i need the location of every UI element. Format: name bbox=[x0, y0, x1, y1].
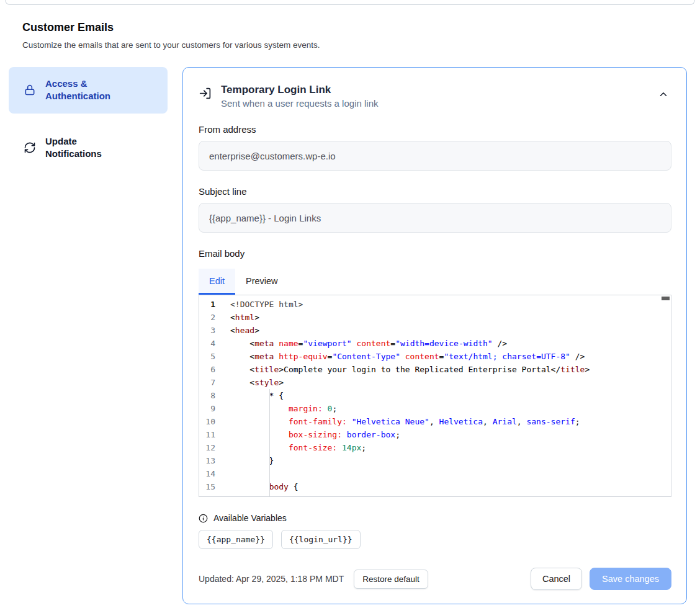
line-number: 15 bbox=[199, 480, 215, 493]
code-line: font-size: 14px; bbox=[230, 441, 671, 454]
footer-left: Updated: Apr 29, 2025, 1:18 PM MDT Resto… bbox=[199, 570, 428, 589]
updated-timestamp: Updated: Apr 29, 2025, 1:18 PM MDT bbox=[199, 574, 344, 584]
panel-title: Temporary Login Link bbox=[221, 84, 378, 96]
email-body-label: Email body bbox=[199, 248, 671, 259]
login-icon bbox=[199, 87, 212, 100]
footer-right: Cancel Save changes bbox=[531, 568, 671, 590]
cancel-button[interactable]: Cancel bbox=[531, 568, 582, 590]
code-line: * { bbox=[230, 389, 671, 402]
save-changes-button[interactable]: Save changes bbox=[590, 568, 671, 590]
code-line: margin: 0; bbox=[230, 402, 671, 415]
code-line: <style> bbox=[230, 376, 671, 389]
sidebar-item-label: Update Notifications bbox=[45, 135, 132, 161]
from-address-field: From address bbox=[199, 124, 671, 171]
line-number: 5 bbox=[199, 350, 215, 363]
available-variables-label: Available Variables bbox=[213, 513, 287, 523]
line-number: 9 bbox=[199, 402, 215, 415]
line-number: 4 bbox=[199, 337, 215, 350]
content-layout: Access & Authentication Update Notificat… bbox=[0, 50, 700, 608]
code-line: } bbox=[230, 454, 671, 467]
code-line: <meta http-equiv="Content-Type" content=… bbox=[230, 350, 671, 363]
from-address-input[interactable] bbox=[199, 141, 671, 171]
variable-chip-login-url[interactable]: {{login_url}} bbox=[281, 530, 361, 549]
line-number: 3 bbox=[199, 324, 215, 337]
refresh-icon bbox=[24, 141, 36, 154]
line-number: 13 bbox=[199, 454, 215, 467]
restore-default-button[interactable]: Restore default bbox=[354, 570, 428, 589]
from-address-label: From address bbox=[199, 124, 671, 135]
email-body-field: Email body Edit Preview 1234567891011121… bbox=[199, 248, 671, 497]
code-line: font-family: "Helvetica Neue", Helvetica… bbox=[230, 415, 671, 428]
line-number: 2 bbox=[199, 311, 215, 324]
code-line: <!DOCTYPE html> bbox=[230, 298, 671, 311]
page-subtitle: Customize the emails that are sent to yo… bbox=[22, 40, 678, 50]
line-number: 8 bbox=[199, 389, 215, 402]
panel-header: Temporary Login Link Sent when a user re… bbox=[199, 84, 671, 109]
line-number: 7 bbox=[199, 376, 215, 389]
line-number: 11 bbox=[199, 428, 215, 441]
subject-line-input[interactable] bbox=[199, 203, 671, 233]
variable-chip-app-name[interactable]: {{app_name}} bbox=[199, 530, 273, 549]
code-line: <head> bbox=[230, 324, 671, 337]
panel-titles: Temporary Login Link Sent when a user re… bbox=[221, 84, 378, 109]
line-number: 10 bbox=[199, 415, 215, 428]
indent-guide bbox=[269, 389, 270, 496]
sidebar-item-access-authentication[interactable]: Access & Authentication bbox=[9, 67, 168, 114]
chevron-up-icon bbox=[658, 92, 669, 102]
code-line: background-color: #f5f8f9; bbox=[230, 493, 671, 496]
editor-tabs: Edit Preview bbox=[199, 269, 671, 295]
previous-card-bottom-edge bbox=[5, 0, 695, 5]
page-header: Customer Emails Customize the emails tha… bbox=[0, 5, 700, 50]
collapse-button[interactable] bbox=[655, 86, 671, 104]
line-number: 12 bbox=[199, 441, 215, 454]
sidebar-item-update-notifications[interactable]: Update Notifications bbox=[9, 125, 168, 171]
subject-line-label: Subject line bbox=[199, 186, 671, 197]
available-variables-header: Available Variables bbox=[199, 513, 671, 523]
available-variables-section: Available Variables {{app_name}} {{login… bbox=[199, 513, 671, 549]
tab-preview[interactable]: Preview bbox=[235, 269, 289, 295]
code-gutter: 12345678910111213141516 bbox=[199, 295, 227, 496]
variable-chips: {{app_name}} {{login_url}} bbox=[199, 530, 671, 549]
line-number: 6 bbox=[199, 363, 215, 376]
line-number: 16 bbox=[199, 493, 215, 497]
code-line: body { bbox=[230, 480, 671, 493]
line-number: 14 bbox=[199, 467, 215, 480]
code-line: <meta name="viewport" content="width=dev… bbox=[230, 337, 671, 350]
lock-icon bbox=[24, 84, 36, 96]
tab-edit[interactable]: Edit bbox=[199, 269, 235, 295]
code-line: <html> bbox=[230, 311, 671, 324]
line-number: 1 bbox=[199, 298, 215, 311]
code-line bbox=[230, 467, 671, 480]
code-editor[interactable]: 12345678910111213141516 <!DOCTYPE html><… bbox=[199, 295, 671, 497]
panel-subtitle: Sent when a user requests a login link bbox=[221, 98, 378, 109]
code-line: <title>Complete your login to the Replic… bbox=[230, 363, 671, 376]
page-title: Customer Emails bbox=[22, 21, 678, 34]
sidebar: Access & Authentication Update Notificat… bbox=[9, 67, 168, 171]
panel-footer: Updated: Apr 29, 2025, 1:18 PM MDT Resto… bbox=[199, 568, 671, 590]
editor-scrollbar-thumb[interactable] bbox=[662, 297, 670, 300]
temporary-login-link-panel: Temporary Login Link Sent when a user re… bbox=[182, 67, 687, 604]
info-icon bbox=[199, 514, 208, 523]
subject-line-field: Subject line bbox=[199, 186, 671, 233]
code-line: box-sizing: border-box; bbox=[230, 428, 671, 441]
code-lines[interactable]: <!DOCTYPE html><html><head> <meta name="… bbox=[227, 295, 671, 496]
sidebar-item-label: Access & Authentication bbox=[45, 78, 132, 103]
